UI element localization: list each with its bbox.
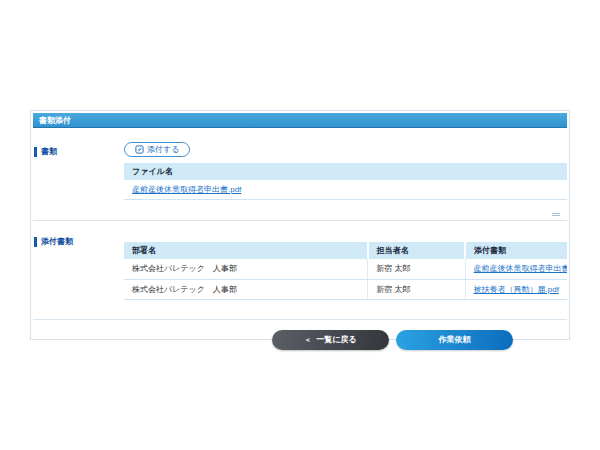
panel-title-bar: 書類添付 xyxy=(33,113,567,128)
file-name-column-header: ファイル名 xyxy=(124,163,567,180)
documents-section: 書類 添付する ファイル名 xyxy=(31,140,569,218)
attach-button-label: 添付する xyxy=(147,144,179,155)
attach-file-button[interactable]: 添付する xyxy=(124,142,190,157)
footer-button-row: ＜ 一覧に戻る 作業依頼 xyxy=(31,330,569,350)
file-table-header-row: ファイル名 xyxy=(124,163,567,180)
work-request-button[interactable]: 作業依頼 xyxy=(396,330,513,350)
attachment-column-header: 添付書類 xyxy=(465,242,567,259)
department-cell: 株式会社パレテック 人事部 xyxy=(124,279,368,299)
table-row: 株式会社パレテック 人事部 新宿 太郎 産前産後休業取得者申出書.pdf xyxy=(124,259,567,279)
uploaded-file-link[interactable]: 産前産後休業取得者申出書.pdf xyxy=(132,185,241,194)
resize-grip-icon[interactable] xyxy=(552,213,560,216)
person-column-header: 担当者名 xyxy=(368,242,465,259)
attachments-section: 添付書類 部署名 担当者名 添付書類 株式会社パレテック 人事部 新宿 太郎 産… xyxy=(31,230,569,300)
person-cell: 新宿 太郎 xyxy=(368,259,465,279)
attach-icon xyxy=(135,145,144,154)
document-attachment-panel: 書類添付 書類 添付する ファイル名 xyxy=(30,110,570,340)
attachments-section-label: 添付書類 xyxy=(34,237,73,247)
back-to-list-button[interactable]: ＜ 一覧に戻る xyxy=(272,330,389,350)
department-column-header: 部署名 xyxy=(124,242,368,259)
chevron-left-icon: ＜ xyxy=(304,335,311,345)
submit-button-label: 作業依頼 xyxy=(439,334,471,345)
documents-section-label-wrap: 書類 xyxy=(31,140,124,218)
file-name-table: ファイル名 産前産後休業取得者申出書.pdf xyxy=(124,163,567,200)
department-cell: 株式会社パレテック 人事部 xyxy=(124,259,368,279)
attachments-table-header-row: 部署名 担当者名 添付書類 xyxy=(124,242,567,259)
attachment-file-link[interactable]: 産前産後休業取得者申出書.pdf xyxy=(474,264,567,273)
documents-section-label: 書類 xyxy=(34,147,57,157)
documents-section-content: 添付する ファイル名 産前産後休業取得者申出書.pdf xyxy=(124,140,567,218)
back-button-label: 一覧に戻る xyxy=(316,334,356,345)
section-divider xyxy=(33,220,567,221)
attachments-section-label-wrap: 添付書類 xyxy=(31,230,124,300)
footer-divider xyxy=(33,319,567,320)
person-cell: 新宿 太郎 xyxy=(368,279,465,299)
file-area-spacer xyxy=(124,200,567,218)
table-row: 産前産後休業取得者申出書.pdf xyxy=(124,180,567,200)
table-row: 株式会社パレテック 人事部 新宿 太郎 被扶養者（異動）届.pdf xyxy=(124,279,567,299)
attachments-table: 部署名 担当者名 添付書類 株式会社パレテック 人事部 新宿 太郎 産前産後休業… xyxy=(124,242,567,300)
attachment-file-link[interactable]: 被扶養者（異動）届.pdf xyxy=(474,285,559,294)
attachments-section-content: 部署名 担当者名 添付書類 株式会社パレテック 人事部 新宿 太郎 産前産後休業… xyxy=(124,242,567,300)
